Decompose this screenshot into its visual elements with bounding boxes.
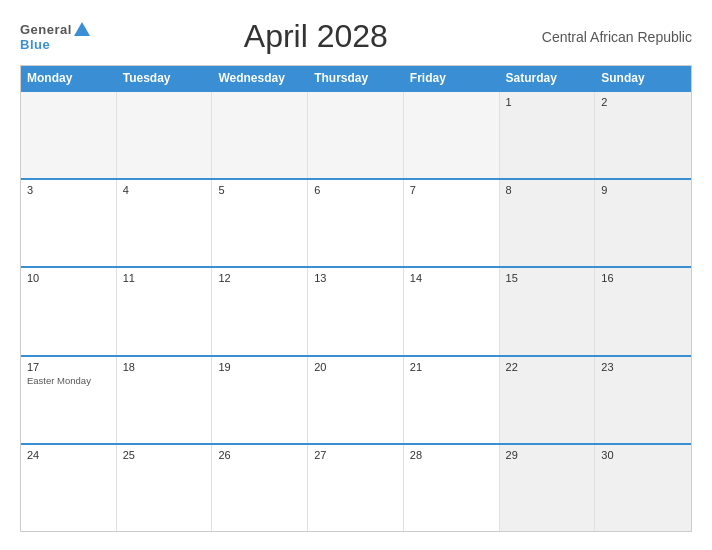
cal-cell: 16 [595, 268, 691, 354]
page-header: General Blue April 2028 Central African … [20, 18, 692, 55]
cal-cell: 4 [117, 180, 213, 266]
cal-cell [404, 92, 500, 178]
day-number: 2 [601, 96, 685, 108]
cal-cell: 22 [500, 357, 596, 443]
cal-cell: 25 [117, 445, 213, 531]
cal-cell: 7 [404, 180, 500, 266]
day-number: 19 [218, 361, 301, 373]
day-number: 20 [314, 361, 397, 373]
header-cell-saturday: Saturday [500, 66, 596, 90]
cal-cell: 2 [595, 92, 691, 178]
cal-cell: 5 [212, 180, 308, 266]
cal-cell: 10 [21, 268, 117, 354]
day-number: 24 [27, 449, 110, 461]
header-cell-thursday: Thursday [308, 66, 404, 90]
month-title: April 2028 [244, 18, 388, 55]
day-number: 12 [218, 272, 301, 284]
header-cell-monday: Monday [21, 66, 117, 90]
header-cell-tuesday: Tuesday [117, 66, 213, 90]
day-number: 18 [123, 361, 206, 373]
day-number: 29 [506, 449, 589, 461]
day-number: 4 [123, 184, 206, 196]
day-number: 17 [27, 361, 110, 373]
calendar: MondayTuesdayWednesdayThursdayFridaySatu… [20, 65, 692, 532]
week-1: 12 [21, 90, 691, 178]
day-number: 10 [27, 272, 110, 284]
day-number: 5 [218, 184, 301, 196]
day-number: 23 [601, 361, 685, 373]
country-name: Central African Republic [542, 29, 692, 45]
cal-cell: 9 [595, 180, 691, 266]
holiday-label: Easter Monday [27, 375, 110, 386]
cal-cell [21, 92, 117, 178]
day-number: 13 [314, 272, 397, 284]
cal-cell: 14 [404, 268, 500, 354]
cal-cell: 18 [117, 357, 213, 443]
cal-cell: 21 [404, 357, 500, 443]
header-cell-sunday: Sunday [595, 66, 691, 90]
cal-cell: 6 [308, 180, 404, 266]
header-cell-friday: Friday [404, 66, 500, 90]
day-number: 16 [601, 272, 685, 284]
cal-cell [117, 92, 213, 178]
cal-cell: 12 [212, 268, 308, 354]
cal-cell: 24 [21, 445, 117, 531]
day-number: 27 [314, 449, 397, 461]
day-number: 7 [410, 184, 493, 196]
day-number: 21 [410, 361, 493, 373]
cal-cell: 19 [212, 357, 308, 443]
cal-cell: 23 [595, 357, 691, 443]
day-number: 14 [410, 272, 493, 284]
calendar-body: 1234567891011121314151617Easter Monday18… [21, 90, 691, 531]
logo: General Blue [20, 22, 90, 52]
day-number: 9 [601, 184, 685, 196]
logo-blue-text: Blue [20, 37, 50, 52]
cal-cell: 29 [500, 445, 596, 531]
day-number: 11 [123, 272, 206, 284]
cal-cell: 8 [500, 180, 596, 266]
cal-cell: 11 [117, 268, 213, 354]
cal-cell: 1 [500, 92, 596, 178]
cal-cell [212, 92, 308, 178]
day-number: 8 [506, 184, 589, 196]
cal-cell: 27 [308, 445, 404, 531]
week-3: 10111213141516 [21, 266, 691, 354]
day-number: 1 [506, 96, 589, 108]
calendar-header: MondayTuesdayWednesdayThursdayFridaySatu… [21, 66, 691, 90]
cal-cell: 15 [500, 268, 596, 354]
day-number: 30 [601, 449, 685, 461]
week-4: 17Easter Monday181920212223 [21, 355, 691, 443]
day-number: 15 [506, 272, 589, 284]
day-number: 28 [410, 449, 493, 461]
cal-cell: 13 [308, 268, 404, 354]
header-cell-wednesday: Wednesday [212, 66, 308, 90]
logo-triangle-icon [74, 22, 90, 36]
cal-cell: 28 [404, 445, 500, 531]
week-2: 3456789 [21, 178, 691, 266]
day-number: 6 [314, 184, 397, 196]
logo-general-text: General [20, 22, 72, 37]
cal-cell: 26 [212, 445, 308, 531]
day-number: 26 [218, 449, 301, 461]
week-5: 24252627282930 [21, 443, 691, 531]
cal-cell [308, 92, 404, 178]
day-number: 3 [27, 184, 110, 196]
day-number: 25 [123, 449, 206, 461]
cal-cell: 20 [308, 357, 404, 443]
cal-cell: 3 [21, 180, 117, 266]
day-number: 22 [506, 361, 589, 373]
cal-cell: 17Easter Monday [21, 357, 117, 443]
cal-cell: 30 [595, 445, 691, 531]
